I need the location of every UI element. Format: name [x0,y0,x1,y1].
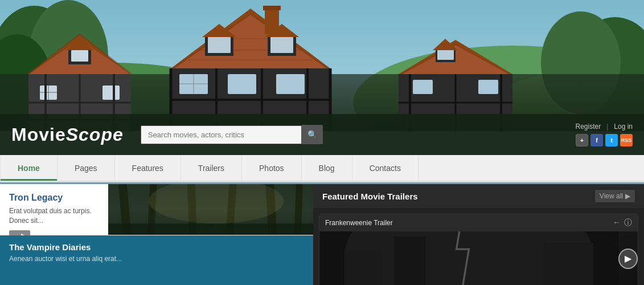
search-button[interactable]: 🔍 [302,125,323,144]
svg-rect-51 [228,74,256,94]
article-vampire: The Vampire Diaries Aenean auctor wisi e… [0,235,313,285]
trailer-card-title: Frankenweenie Trailer [325,219,393,227]
article-tron-text: Tron Legacy Erat volutpat duis ac turpis… [0,184,108,235]
facebook-icon[interactable]: f [590,134,603,146]
svg-rect-84 [544,243,593,285]
article-vampire-desc: Aenean auctor wisi et urna aliq erat... [9,254,304,264]
main-content: Tron Legacy Erat volutpat duis ac turpis… [0,184,644,285]
view-all-label: View all [600,192,623,200]
header: MovieScope 🔍 Register | Log in + f t RSS [0,114,644,155]
nav-item-pages[interactable]: Pages [58,155,115,181]
left-panel: Tron Legacy Erat volutpat duis ac turpis… [0,184,313,285]
svg-rect-83 [394,237,425,285]
navigation: Home Pages Features Trailers Photos Blog… [0,155,644,182]
search-container: 🔍 [141,125,323,144]
trailer-thumbnail: ▶ [319,231,638,285]
nav-item-trailers[interactable]: Trailers [181,155,242,181]
google-plus-icon[interactable]: + [576,134,588,146]
article-tron-image [108,184,313,235]
trailer-section-title: Featured Movie Trailers [322,192,418,201]
trailer-content: Frankenweenie Trailer ← ⓘ [313,208,644,285]
svg-rect-20 [71,50,88,62]
svg-rect-52 [276,74,305,94]
search-input[interactable] [141,125,302,144]
site-logo: MovieScope [11,124,124,145]
login-link[interactable]: Log in [614,123,633,131]
svg-rect-36 [263,6,281,10]
nav-item-contacts[interactable]: Contacts [352,155,419,181]
rss-icon[interactable]: RSS [620,134,633,146]
svg-rect-82 [344,249,382,285]
svg-rect-41 [270,37,293,53]
svg-rect-68 [478,80,498,94]
svg-rect-16 [102,85,120,100]
view-all-chevron-icon: ▶ [625,192,630,200]
svg-rect-61 [437,50,454,60]
trailer-card-icons: ← ⓘ [613,218,632,228]
article-tron: Tron Legacy Erat volutpat duis ac turpis… [0,184,313,235]
info-icon[interactable]: ⓘ [624,218,632,228]
auth-divider: | [606,123,608,131]
register-link[interactable]: Register [575,123,601,131]
trailer-card-header: Frankenweenie Trailer ← ⓘ [319,214,638,231]
svg-rect-67 [413,80,433,94]
nav-item-home[interactable]: Home [0,155,58,181]
view-all-button[interactable]: View all ▶ [595,190,635,202]
article-tron-title: Tron Legacy [9,192,99,203]
social-icons: + f t RSS [576,134,633,146]
nav-item-features[interactable]: Features [115,155,181,181]
header-right: Register | Log in + f t RSS [575,123,633,146]
right-panel: Featured Movie Trailers View all ▶ Frank… [313,184,644,285]
nav-item-photos[interactable]: Photos [242,155,302,181]
trailer-header: Featured Movie Trailers View all ▶ [313,184,644,208]
play-button[interactable]: ▶ [618,249,638,269]
twitter-icon[interactable]: t [605,134,618,146]
nav-item-blog[interactable]: Blog [302,155,352,181]
auth-links: Register | Log in [575,123,633,131]
svg-rect-38 [208,37,231,53]
article-vampire-title: The Vampire Diaries [9,242,304,252]
article-tron-desc: Erat volutpat duis ac turpis. Donec sit.… [9,206,99,226]
share-icon[interactable]: ← [613,218,621,228]
logo-italic: Scope [66,124,124,145]
trailer-card: Frankenweenie Trailer ← ⓘ [319,214,638,285]
article-image-overlay [108,184,313,235]
